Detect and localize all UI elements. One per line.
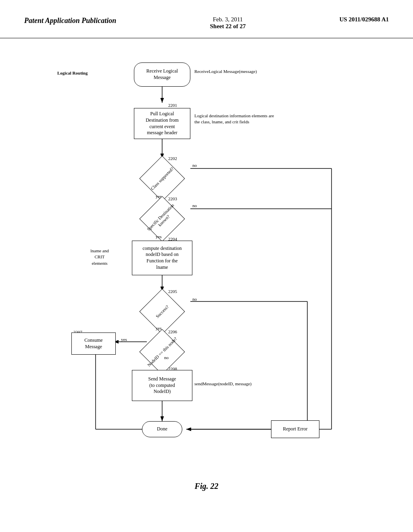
label-2206-yes: yes — [121, 337, 127, 343]
node-2208: Send Message (to computed NodeID) — [132, 370, 192, 401]
logical-dest-annotation: Logical destination information elements… — [194, 113, 315, 125]
done-node: Done — [142, 421, 182, 437]
step-2201-number: 2201 — [168, 103, 177, 108]
label-2203-no: no — [192, 203, 197, 209]
node-2202-wrapper: Class supported? — [142, 158, 182, 199]
label-2205-no: no — [192, 296, 197, 302]
header-center: Feb. 3, 2011 Sheet 22 of 27 — [210, 16, 246, 30]
flowchart: Logical Routing Receive Logical Message … — [33, 50, 380, 474]
label-2206-no: no — [164, 355, 169, 361]
node-2205-wrapper: Success? — [142, 291, 182, 332]
node-2206-wrapper: NodeID == this node? — [142, 332, 182, 372]
label-2203-yes: yes — [156, 234, 162, 240]
node-2203-wrapper: Specific Destination known? — [142, 199, 182, 239]
node-2207: Consume Message — [71, 332, 116, 355]
receive-logical-annotation: ReceiveLogical Message(message) — [194, 69, 257, 75]
publication-date: Feb. 3, 2011 — [213, 16, 243, 23]
lname-crit-annotation: lname and CRIT elements — [73, 248, 126, 266]
figure-caption: Fig. 22 — [24, 482, 389, 491]
page-header: Patent Application Publication Feb. 3, 2… — [0, 0, 413, 38]
patent-number: US 2011/029688 A1 — [339, 16, 389, 23]
publication-title: Patent Application Publication — [24, 16, 116, 25]
report-error-node: Report Error — [271, 420, 319, 438]
node-2201: Pull Logical Destination from current ev… — [134, 108, 190, 139]
sheet-number: Sheet 22 of 27 — [210, 23, 246, 30]
start-node: Receive Logical Message — [134, 62, 190, 87]
main-content: Logical Routing Receive Logical Message … — [0, 38, 413, 503]
label-2202-no: no — [192, 162, 197, 168]
node-2204: compute destination nodeID based on Func… — [132, 241, 192, 275]
logical-routing-label: Logical Routing — [57, 71, 88, 75]
send-message-annotation: sendMessage(nodeID, message) — [194, 381, 252, 387]
